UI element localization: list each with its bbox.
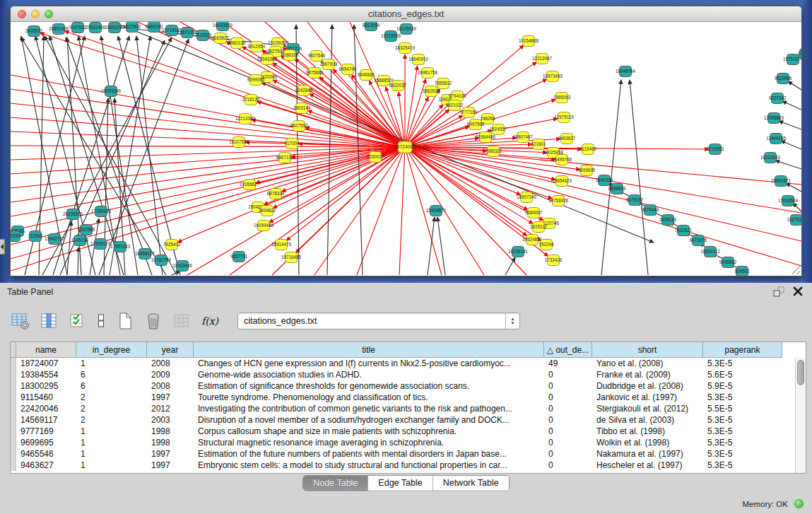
network-edge[interactable]: [11, 117, 405, 147]
network-node[interactable]: 2405572: [25, 26, 43, 37]
network-node[interactable]: 9147632: [69, 23, 87, 33]
network-node[interactable]: 10653287: [105, 23, 125, 33]
network-node[interactable]: 252294: [539, 240, 554, 250]
network-node[interactable]: 8867130: [276, 153, 294, 163]
network-node[interactable]: 821601: [531, 139, 546, 150]
column-header-year[interactable]: year: [147, 342, 194, 358]
network-node[interactable]: 16648784: [616, 66, 636, 77]
cell-pagerank[interactable]: 5.3E-5: [703, 414, 782, 426]
cell-name[interactable]: 22420046: [16, 403, 76, 414]
network-edge[interactable]: [11, 132, 405, 147]
cell-name[interactable]: 9465546: [16, 448, 76, 460]
cell-year[interactable]: 1997: [147, 460, 194, 471]
cell-short[interactable]: Jankovic et al. (1997): [592, 392, 703, 403]
cell-out-de-[interactable]: 0: [544, 403, 592, 414]
network-node[interactable]: 20206576: [63, 209, 83, 220]
tab-edge-table[interactable]: Edge Table: [368, 476, 433, 491]
cell-out-de-[interactable]: 0: [544, 437, 592, 448]
network-node[interactable]: 12975115: [554, 112, 574, 123]
cell-pagerank[interactable]: 5.3E-5: [703, 448, 782, 460]
cell-title[interactable]: Embryonic stem cells: a model to study s…: [194, 460, 544, 471]
table-row[interactable]: 1456911722003Disruption of a novel membe…: [11, 414, 806, 426]
cell-short[interactable]: Nakamura et al. (1997): [592, 448, 703, 460]
table-row[interactable]: 911546021997Tourette syndrome. Phenomeno…: [11, 392, 806, 403]
scrollbar-thumb[interactable]: [797, 360, 804, 385]
network-edge[interactable]: [11, 147, 405, 174]
minimize-window-button[interactable]: [31, 10, 40, 18]
network-node[interactable]: 19756928: [548, 196, 569, 206]
network-node[interactable]: 8938924: [608, 184, 626, 194]
network-node[interactable]: 20531406: [86, 23, 106, 33]
cell-name[interactable]: 19384554: [16, 369, 76, 380]
network-node[interactable]: 7632621: [675, 226, 693, 236]
network-node[interactable]: 1733426: [545, 255, 563, 266]
cell-in-degree[interactable]: 2: [76, 403, 147, 414]
table-row[interactable]: 946362711997Embryonic stem cells: a mode…: [11, 460, 806, 471]
cell-pagerank[interactable]: 5.3E-5: [703, 460, 782, 471]
network-node[interactable]: 12444185: [766, 134, 787, 144]
network-edge[interactable]: [779, 121, 801, 129]
column-header-title[interactable]: title: [194, 342, 544, 358]
network-graph[interactable]: 2405572206914069147632205314061065328715…: [11, 22, 801, 276]
cell-out-de-[interactable]: 49: [544, 358, 592, 369]
network-node[interactable]: 9699695: [578, 165, 596, 176]
network-node[interactable]: 16033809: [213, 22, 233, 31]
close-window-button[interactable]: [18, 10, 26, 18]
network-node[interactable]: 20691406: [49, 24, 69, 35]
delete-column-icon[interactable]: [143, 311, 164, 331]
cell-out-de-[interactable]: 0: [544, 380, 592, 392]
cell-in-degree[interactable]: 1: [76, 460, 147, 471]
cell-name[interactable]: 18724007: [16, 358, 76, 369]
cell-pagerank[interactable]: 5.3E-5: [703, 437, 782, 448]
network-canvas[interactable]: 2405572206914069147632205314061065328715…: [11, 22, 801, 276]
cell-short[interactable]: Franke et al. (2009): [592, 369, 703, 380]
show-columns-icon[interactable]: [38, 311, 59, 331]
cell-year[interactable]: 2012: [147, 403, 194, 414]
network-node[interactable]: 11923446: [172, 261, 192, 271]
cell-in-degree[interactable]: 1: [76, 358, 147, 369]
network-node[interactable]: 7515526: [194, 30, 212, 41]
create-column-icon[interactable]: [114, 311, 136, 331]
network-node[interactable]: 8454749: [339, 64, 357, 75]
network-node[interactable]: 6466160: [146, 22, 163, 33]
select-rows-icon[interactable]: [66, 311, 88, 331]
network-node[interactable]: 9875685: [306, 68, 324, 78]
network-node[interactable]: 7955812: [435, 78, 452, 89]
cell-in-degree[interactable]: 6: [76, 369, 147, 380]
cell-title[interactable]: Tourette syndrome. Phenomenology and cla…: [194, 392, 544, 403]
cell-pagerank[interactable]: 5.5E-5: [703, 403, 782, 414]
network-table-select[interactable]: citations_edges.txt ▲▼: [237, 313, 520, 329]
cell-short[interactable]: Stergiakouli et al. (2012): [592, 403, 703, 414]
cell-pagerank[interactable]: 5.3E-5: [703, 358, 782, 369]
network-node[interactable]: 18107554: [229, 137, 249, 148]
column-header-out-de-[interactable]: △ out_de...: [544, 342, 592, 358]
network-edge[interactable]: [437, 217, 445, 275]
cell-year[interactable]: 1998: [147, 437, 194, 448]
cell-year[interactable]: 1997: [147, 448, 194, 460]
cell-name[interactable]: 9699695: [16, 437, 76, 448]
row-height-icon[interactable]: [95, 311, 107, 331]
network-node[interactable]: 8912954: [248, 42, 266, 52]
cell-out-de-[interactable]: 0: [544, 460, 592, 471]
network-node[interactable]: 15751074: [783, 54, 801, 65]
cell-year[interactable]: 2009: [147, 369, 194, 380]
cell-title[interactable]: Changes of HCN gene expression and I(f) …: [194, 358, 544, 369]
cell-out-de-[interactable]: 0: [544, 448, 592, 460]
cell-name[interactable]: 9463627: [16, 460, 76, 471]
network-node[interactable]: 16961758: [418, 68, 438, 78]
cell-in-degree[interactable]: 1: [76, 437, 147, 448]
zoom-window-button[interactable]: [45, 10, 53, 18]
network-node[interactable]: 924502: [734, 267, 750, 276]
column-header-in-degree[interactable]: in_degree: [76, 342, 147, 358]
cell-short[interactable]: Dudbridge et al. (2008): [592, 380, 703, 392]
network-node[interactable]: 2935114: [659, 215, 677, 226]
network-node[interactable]: 18640910: [408, 54, 429, 65]
network-node[interactable]: 9777169: [460, 107, 478, 118]
network-node[interactable]: 2803144: [293, 103, 311, 114]
cell-title[interactable]: Corpus callosum shape and size in male p…: [194, 426, 544, 437]
table-row[interactable]: 1872400712008Changes of HCN gene express…: [11, 358, 806, 369]
network-node[interactable]: 11675345: [787, 215, 801, 226]
cell-short[interactable]: Yano et al. (2008): [592, 358, 703, 369]
tab-network-table[interactable]: Network Table: [433, 476, 509, 491]
network-node[interactable]: 8813054: [363, 22, 380, 31]
